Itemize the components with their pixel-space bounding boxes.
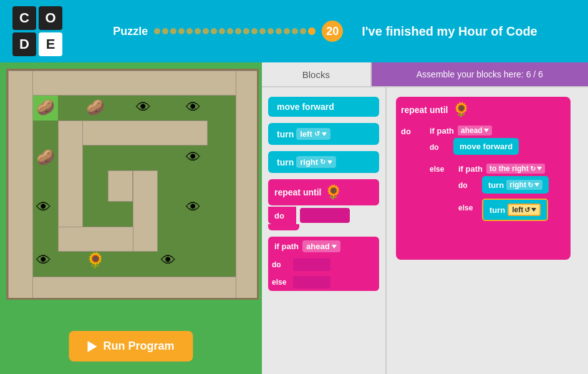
blocks-tabs: Blocks Assemble your blocks here: 6 / 6	[262, 62, 588, 87]
block-move-forward[interactable]: move forward	[268, 97, 379, 117]
main: 🥔 🥔 👁 👁 🥔 👁 👁 👁 🌻 👁 👁 🤖 Run Program Bloc…	[0, 62, 588, 374]
assembled-area: repeat until 🌻 do if path	[387, 87, 588, 374]
if-path-header[interactable]: if path ahead	[268, 237, 379, 256]
palette: move forward turn left ↺ turn right	[262, 87, 387, 374]
do-row: do	[268, 207, 379, 224]
asm-do-label: do	[401, 122, 421, 136]
asm-turn-right[interactable]: turn right ↻	[482, 176, 549, 194]
ahead-dropdown[interactable]: ahead	[302, 240, 340, 252]
block-turn-left[interactable]: turn left ↺	[268, 123, 379, 145]
block-repeat-until[interactable]: repeat until 🌻	[268, 179, 379, 205]
asm-turn-right-dropdown[interactable]: right ↻	[506, 180, 542, 190]
turn-right-dropdown[interactable]: right ↻	[296, 156, 336, 168]
creature-7: 👁	[36, 199, 51, 216]
puzzle-dot-2	[162, 28, 168, 34]
puzzle-dot-19	[300, 28, 306, 34]
turn-left-dropdown[interactable]: left ↺	[296, 128, 330, 140]
asm-turn-left-dropdown[interactable]: left ↺	[508, 204, 541, 216]
maze-wall-right	[236, 71, 259, 300]
maze-wall-left	[8, 71, 33, 300]
if-do-row: do	[268, 256, 379, 273]
asm-turn-right-arrow	[534, 183, 539, 187]
asm-do-row-right: do turn right ↻	[458, 176, 549, 194]
creature-6: 👁	[186, 149, 201, 166]
palette-repeat-block: repeat until 🌻 do	[268, 179, 379, 230]
if-else-row: else	[268, 273, 379, 291]
header: C O D E Puzzle 20 I've finished my Hour …	[0, 0, 588, 62]
logo-e: E	[39, 32, 62, 56]
creature-8: 👁	[186, 199, 201, 216]
asm-turn-left[interactable]: turn left ↺	[482, 199, 548, 221]
puzzle-dot-1	[154, 28, 160, 34]
puzzle-dot-13	[251, 28, 258, 34]
asm-right-dropdown[interactable]: to the right ↻	[486, 164, 545, 174]
maze-wall-top	[8, 71, 259, 96]
logo-c: C	[12, 6, 36, 30]
puzzle-label: Puzzle	[113, 25, 148, 38]
asm-else-row-2: else turn left ↺	[458, 199, 549, 221]
creature-3: 👁	[136, 99, 151, 116]
puzzle-dot-6	[195, 28, 201, 34]
creature-2: 🥔	[86, 99, 105, 116]
puzzle-area: Puzzle 20 I've finished my Hour of Code	[75, 21, 576, 42]
puzzle-dot-8	[211, 28, 217, 34]
asm-right-arrow	[537, 167, 542, 170]
logo: C O D E	[12, 6, 62, 56]
run-button-label: Run Program	[103, 340, 174, 353]
creature-10: 👁	[36, 252, 51, 269]
puzzle-dot-4	[178, 28, 185, 34]
blocks-panel: Blocks Assemble your blocks here: 6 / 6 …	[262, 62, 588, 374]
puzzle-dot-9	[219, 28, 225, 34]
tab-assemble[interactable]: Assemble your blocks here: 6 / 6	[372, 62, 588, 86]
if-do-label: do	[272, 260, 291, 269]
do-label: do	[268, 207, 296, 224]
asm-do-row: do if path ahead	[401, 122, 566, 245]
puzzle-dot-11	[235, 28, 241, 34]
asm-if-do-label: do	[430, 138, 450, 152]
creature-1: 🥔	[36, 99, 55, 116]
asm-else-label-2: else	[458, 199, 478, 212]
run-button[interactable]: Run Program	[69, 331, 193, 362]
asm-else-row-1: else if path to the right ↻	[430, 160, 554, 239]
logo-o: O	[39, 6, 62, 30]
asm-inner-tail	[453, 231, 491, 239]
maze-wall-bottom	[8, 277, 259, 300]
puzzle-dots	[154, 27, 316, 35]
puzzle-dot-14	[259, 28, 266, 34]
puzzle-dot-17	[284, 28, 290, 34]
creature-9: 🌻	[86, 252, 105, 269]
block-turn-right[interactable]: turn right ↻	[268, 151, 379, 173]
if-else-slot	[293, 276, 330, 288]
puzzle-dot-12	[243, 28, 249, 34]
asm-if-path-right: if path to the right ↻	[453, 160, 554, 227]
repeat-tail	[268, 224, 299, 230]
dropdown-arrow-right	[327, 160, 332, 164]
finished-text: I've finished my Hour of Code	[362, 24, 537, 39]
puzzle-dot-10	[227, 28, 233, 34]
maze-inner-mid	[108, 170, 133, 202]
asm-sunflower: 🌻	[453, 102, 470, 118]
palette-if-block: if path ahead do else	[268, 237, 379, 291]
puzzle-dot-3	[170, 28, 176, 34]
puzzle-dot-7	[203, 28, 209, 34]
puzzle-dot-20	[308, 27, 316, 35]
sunflower-icon: 🌻	[325, 184, 342, 200]
asm-inner-2: if path to the right ↻	[453, 160, 554, 239]
asm-ahead-dropdown[interactable]: ahead	[458, 125, 492, 135]
asm-if-path-ahead: if path ahead do	[425, 122, 559, 245]
if-do-slot	[293, 258, 330, 271]
asm-if-row-2: if path to the right ↻	[458, 164, 549, 174]
asm-turn-left-arrow	[531, 208, 536, 212]
maze-inner-right	[133, 170, 158, 252]
creature-11: 👁	[161, 252, 176, 269]
asm-else-label-1: else	[430, 160, 450, 174]
asm-inner-1: if path ahead do	[425, 122, 559, 245]
if-else-label: else	[272, 278, 291, 287]
creature-4: 👁	[186, 99, 201, 116]
asm-if-row-1: if path ahead	[430, 125, 554, 135]
asm-repeat-block: repeat until 🌻 do if path	[396, 97, 571, 260]
asm-repeat-tail	[401, 247, 445, 255]
asm-move-forward[interactable]: move forward	[453, 138, 519, 155]
do-slot	[300, 208, 350, 223]
tab-blocks[interactable]: Blocks	[262, 62, 372, 86]
